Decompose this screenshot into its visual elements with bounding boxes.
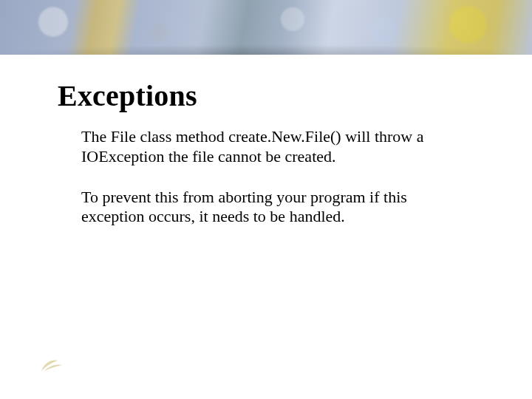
slide-body: The File class method create.New.File() … xyxy=(81,127,466,227)
slide-title: Exceptions xyxy=(58,78,197,113)
decorative-banner xyxy=(0,0,532,55)
paragraph-1: The File class method create.New.File() … xyxy=(81,127,466,167)
leaf-accent-icon xyxy=(40,356,65,372)
paragraph-2: To prevent this from aborting your progr… xyxy=(81,188,466,228)
slide: Exceptions The File class method create.… xyxy=(0,0,532,399)
